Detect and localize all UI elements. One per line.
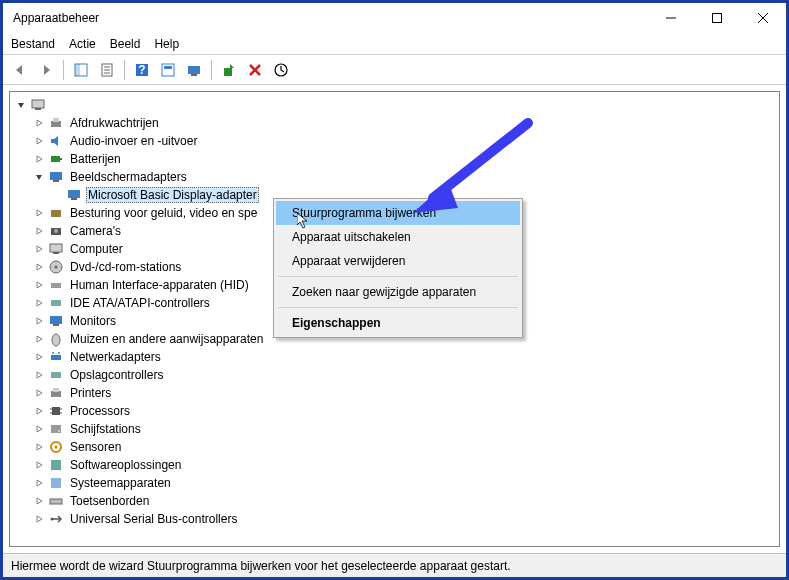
menu-file[interactable]: Bestand: [11, 37, 55, 51]
menu-update-driver[interactable]: Stuurprogramma bijwerken: [276, 201, 520, 225]
chevron-down-icon[interactable]: [14, 98, 28, 112]
menu-disable-device[interactable]: Apparaat uitschakelen: [276, 225, 520, 249]
category-icon: [48, 439, 64, 455]
statusbar: Hiermee wordt de wizard Stuurprogramma b…: [3, 553, 786, 577]
tree-category[interactable]: Audio-invoer en -uitvoer: [12, 132, 777, 150]
properties-button[interactable]: [96, 59, 118, 81]
chevron-right-icon[interactable]: [32, 134, 46, 148]
tree-category-label: Computer: [68, 242, 125, 256]
chevron-right-icon[interactable]: [32, 512, 46, 526]
toolbar: ?: [3, 55, 786, 85]
svg-rect-45: [51, 372, 61, 378]
svg-point-56: [55, 446, 58, 449]
chevron-right-icon[interactable]: [32, 278, 46, 292]
svg-point-44: [58, 352, 60, 354]
svg-rect-20: [32, 100, 44, 108]
svg-rect-15: [191, 74, 197, 76]
category-icon: [48, 493, 64, 509]
svg-point-41: [52, 334, 60, 346]
tree-category[interactable]: Schijfstations: [12, 420, 777, 438]
tree-category[interactable]: Beeldschermadapters: [12, 168, 777, 186]
menu-view[interactable]: Beeld: [110, 37, 141, 51]
category-icon: [48, 367, 64, 383]
menu-help[interactable]: Help: [154, 37, 179, 51]
category-icon: [48, 151, 64, 167]
chevron-right-icon[interactable]: [32, 404, 46, 418]
chevron-right-icon[interactable]: [32, 476, 46, 490]
update-driver-button[interactable]: [218, 59, 240, 81]
tree-category[interactable]: Afdrukwachtrijen: [12, 114, 777, 132]
back-button[interactable]: [9, 59, 31, 81]
tree-category-label: Camera's: [68, 224, 123, 238]
chevron-right-icon[interactable]: [32, 260, 46, 274]
tree-category[interactable]: Printers: [12, 384, 777, 402]
chevron-right-icon[interactable]: [32, 116, 46, 130]
menu-uninstall-device[interactable]: Apparaat verwijderen: [276, 249, 520, 273]
chevron-right-icon[interactable]: [32, 422, 46, 436]
tree-root[interactable]: [12, 96, 777, 114]
category-icon: [48, 259, 64, 275]
help-button[interactable]: ?: [131, 59, 153, 81]
uninstall-button[interactable]: [244, 59, 266, 81]
tree-category[interactable]: Processors: [12, 402, 777, 420]
show-hide-tree-button[interactable]: [70, 59, 92, 81]
tree-category-label: Toetsenborden: [68, 494, 151, 508]
chevron-right-icon[interactable]: [32, 242, 46, 256]
chevron-right-icon[interactable]: [32, 224, 46, 238]
chevron-right-icon[interactable]: [32, 368, 46, 382]
category-icon: [48, 115, 64, 131]
chevron-right-icon[interactable]: [32, 206, 46, 220]
menu-action[interactable]: Actie: [69, 37, 96, 51]
close-button[interactable]: [740, 3, 786, 33]
tree-category[interactable]: Batterijen: [12, 150, 777, 168]
chevron-right-icon[interactable]: [32, 296, 46, 310]
chevron-right-icon[interactable]: [32, 332, 46, 346]
category-icon: [48, 457, 64, 473]
tree-category[interactable]: Sensoren: [12, 438, 777, 456]
action-icon-button[interactable]: [157, 59, 179, 81]
svg-rect-12: [162, 64, 174, 76]
tree-category[interactable]: Netwerkadapters: [12, 348, 777, 366]
chevron-right-icon[interactable]: [32, 152, 46, 166]
tree-category-label: Opslagcontrollers: [68, 368, 165, 382]
menu-scan-changes[interactable]: Zoeken naar gewijzigde apparaten: [276, 280, 520, 304]
tree-category[interactable]: Opslagcontrollers: [12, 366, 777, 384]
menu-separator: [278, 307, 518, 308]
svg-rect-13: [164, 66, 172, 69]
svg-rect-37: [51, 283, 61, 288]
tree-category-label: Systeemapparaten: [68, 476, 173, 490]
chevron-right-icon[interactable]: [32, 386, 46, 400]
chevron-right-icon[interactable]: [32, 458, 46, 472]
svg-rect-27: [53, 180, 59, 182]
scan-hardware-button[interactable]: [183, 59, 205, 81]
forward-button[interactable]: [35, 59, 57, 81]
tree-category-label: Schijfstations: [68, 422, 143, 436]
tree-category-label: IDE ATA/ATAPI-controllers: [68, 296, 212, 310]
category-icon: [48, 169, 64, 185]
chevron-down-icon[interactable]: [32, 170, 46, 184]
tree-category-label: Besturing voor geluid, video en spe: [68, 206, 259, 220]
computer-icon: [30, 97, 46, 113]
svg-rect-58: [51, 478, 61, 488]
tree-category[interactable]: Systeemapparaten: [12, 474, 777, 492]
chevron-right-icon[interactable]: [32, 314, 46, 328]
category-icon: [48, 133, 64, 149]
menu-properties[interactable]: Eigenschappen: [276, 311, 520, 335]
category-icon: [48, 385, 64, 401]
chevron-right-icon[interactable]: [32, 350, 46, 364]
chevron-right-icon[interactable]: [32, 440, 46, 454]
disable-button[interactable]: [270, 59, 292, 81]
tree-category[interactable]: Softwareoplossingen: [12, 456, 777, 474]
tree-category-label: Muizen en andere aanwijsapparaten: [68, 332, 265, 346]
svg-rect-5: [75, 64, 80, 76]
svg-rect-25: [60, 158, 62, 160]
tree-category[interactable]: Toetsenborden: [12, 492, 777, 510]
tree-category-label: Afdrukwachtrijen: [68, 116, 161, 130]
minimize-button[interactable]: [648, 3, 694, 33]
svg-rect-39: [50, 316, 62, 324]
svg-rect-28: [68, 190, 80, 198]
tree-category[interactable]: Universal Serial Bus-controllers: [12, 510, 777, 528]
maximize-button[interactable]: [694, 3, 740, 33]
tree-category-label: Sensoren: [68, 440, 123, 454]
chevron-right-icon[interactable]: [32, 494, 46, 508]
